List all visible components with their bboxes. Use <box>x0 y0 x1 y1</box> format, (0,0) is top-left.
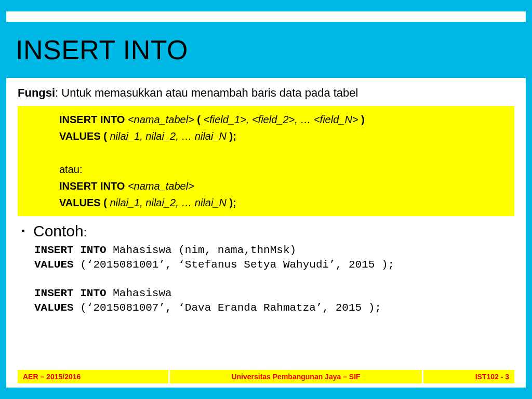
ex1-line1: INSERT INTO Mahasiswa (nim, nama,thnMsk) <box>34 243 514 258</box>
footer-right: IST102 - 3 <box>423 370 514 383</box>
fungsi-line: Fungsi: Untuk memasukkan atau menambah b… <box>18 86 514 100</box>
fungsi-label: Fungsi <box>18 86 55 99</box>
bullet-icon <box>22 230 24 232</box>
syntax-line-2: VALUES ( nilai_1, nilai_2, … nilai_N ); <box>59 128 509 144</box>
example-code: INSERT INTO Mahasiswa (nim, nama,thnMsk)… <box>33 243 514 315</box>
footer-center: Universitas Pembangunan Jaya – SIF <box>170 370 422 383</box>
title-bar: INSERT INTO <box>6 22 526 78</box>
footer-left: AER – 2015/2016 <box>18 370 168 383</box>
content-area: Fungsi: Untuk memasukkan atau menambah b… <box>18 86 514 315</box>
syntax-line-5: VALUES ( nilai_1, nilai_2, … nilai_N ); <box>59 194 509 211</box>
slide: INSERT INTO Fungsi: Untuk memasukkan ata… <box>6 11 526 388</box>
ex1-line2: VALUES (‘2015081001’, ‘Stefanus Setya Wa… <box>34 258 514 272</box>
syntax-blank <box>59 144 509 161</box>
ex2-line2: VALUES (‘2015081007’, ‘Dava Eranda Rahma… <box>34 301 514 315</box>
example-separator <box>34 273 514 286</box>
ex2-line1: INSERT INTO Mahasiswa <box>34 286 514 301</box>
fungsi-text: : Untuk memasukkan atau menambah baris d… <box>55 86 358 99</box>
syntax-line-1: INSERT INTO <nama_tabel> ( <field_1>, <f… <box>59 111 509 128</box>
example-header: Contoh: <box>33 222 514 240</box>
slide-title: INSERT INTO <box>16 34 188 65</box>
syntax-line-4: INSERT INTO <nama_tabel> <box>59 178 509 194</box>
footer: AER – 2015/2016 Universitas Pembangunan … <box>18 370 514 383</box>
syntax-box: INSERT INTO <nama_tabel> ( <field_1>, <f… <box>18 106 514 216</box>
example-section: Contoh: INSERT INTO Mahasiswa (nim, nama… <box>18 222 514 315</box>
syntax-line-3: atau: <box>59 161 509 178</box>
